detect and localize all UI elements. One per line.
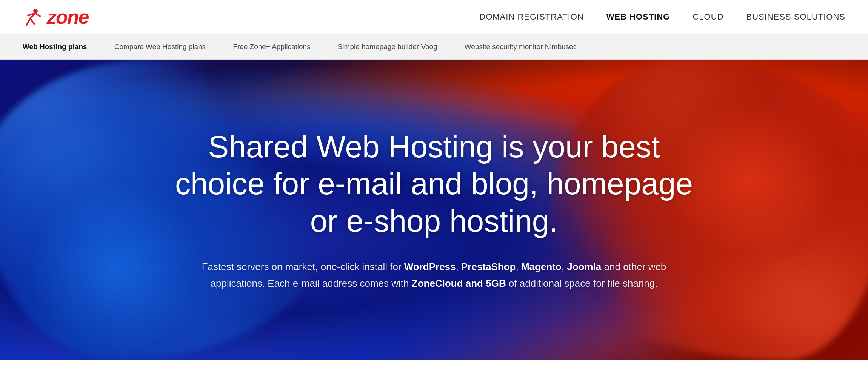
hero-content: Shared Web Hosting is your best choice f… (132, 128, 736, 292)
nav-web-hosting[interactable]: WEB HOSTING (606, 12, 670, 22)
svg-line-5 (35, 13, 40, 16)
subnav-compare-web-hosting-plans[interactable]: Compare Web Hosting plans (101, 34, 220, 59)
hero-subtitle-sep1: , (456, 261, 461, 272)
hero-subtitle-text-3: of additional space for file sharing. (506, 278, 658, 289)
hero-title: Shared Web Hosting is your best choice f… (170, 128, 698, 240)
subnav-free-zone-applications[interactable]: Free Zone+ Applications (219, 34, 324, 59)
nav-cloud[interactable]: CLOUD (693, 12, 723, 22)
nav-business-solutions[interactable]: BUSINESS SOLUTIONS (746, 12, 845, 22)
hero-subtitle-wordpress: WordPress (404, 261, 456, 272)
svg-line-3 (30, 18, 35, 25)
svg-line-2 (26, 18, 30, 25)
hero-subtitle-sep2: , (516, 261, 521, 272)
header: zone DOMAIN REGISTRATION WEB HOSTING CLO… (0, 0, 868, 34)
hero-subtitle-zonecloud: ZoneCloud and 5GB (412, 278, 506, 289)
zone-logo-icon (23, 7, 42, 27)
hero-subtitle-joomla: Joomla (567, 261, 601, 272)
sub-navigation: Web Hosting plans Compare Web Hosting pl… (0, 34, 868, 60)
hero-subtitle: Fastest servers on market, one-click ins… (189, 258, 679, 292)
hero-subtitle-magento: Magento (521, 261, 562, 272)
subnav-simple-homepage-builder[interactable]: Simple homepage builder Voog (324, 34, 451, 59)
hero-subtitle-sep3: , (562, 261, 567, 272)
subnav-web-hosting-plans[interactable]: Web Hosting plans (23, 34, 101, 59)
hero-subtitle-prestashop: PrestaShop (461, 261, 516, 272)
main-navigation: DOMAIN REGISTRATION WEB HOSTING CLOUD BU… (479, 12, 845, 22)
nav-domain-registration[interactable]: DOMAIN REGISTRATION (479, 12, 584, 22)
hero-subtitle-text-1: Fastest servers on market, one-click ins… (202, 261, 404, 272)
hero-section: Shared Web Hosting is your best choice f… (0, 60, 868, 360)
subnav-website-security-monitor[interactable]: Website security monitor Nimbusec (451, 34, 590, 59)
logo[interactable]: zone (23, 7, 88, 27)
logo-text: zone (47, 7, 88, 27)
